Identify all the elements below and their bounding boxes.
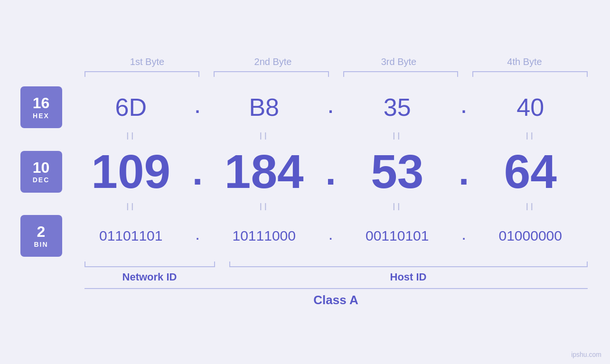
hex-values-row: 6D . B8 . 35 . 40: [72, 93, 590, 121]
hex-badge: 16 HEX: [20, 86, 62, 128]
hex-byte1: 6D: [72, 93, 191, 121]
class-bracket: [84, 288, 588, 289]
bracket-byte3: [343, 71, 459, 77]
bracket-byte1: [84, 71, 200, 77]
network-bracket: [84, 261, 215, 267]
dec-byte1: 109: [72, 144, 191, 199]
host-id-section: Host ID: [229, 261, 588, 283]
dec-byte3: 53: [338, 144, 457, 199]
dec-row: 10 DEC 109 . 184 . 53 . 64: [20, 144, 590, 199]
network-id-label: Network ID: [122, 271, 177, 283]
bin-badge: 2 BIN: [20, 215, 62, 257]
dec-dot1: .: [190, 150, 205, 194]
dec-base-label: DEC: [33, 176, 50, 184]
hex-dot2: .: [324, 97, 338, 117]
bin-byte1: 01101101: [72, 228, 191, 244]
bracket-byte2: [214, 71, 329, 77]
bin-dot1: .: [190, 229, 205, 243]
dec-values-row: 109 . 184 . 53 . 64: [72, 144, 590, 199]
bin-dot2: .: [324, 229, 338, 243]
equals-1-b4: II: [471, 130, 590, 142]
equals-1-b3: II: [338, 130, 457, 142]
dec-byte2: 184: [205, 144, 324, 199]
dec-badge: 10 DEC: [20, 151, 62, 193]
hex-base-label: HEX: [33, 112, 49, 120]
bin-byte4: 01000000: [471, 228, 590, 244]
equals-2-b3: II: [338, 201, 457, 213]
network-host-row: Network ID Host ID: [84, 261, 588, 283]
equals-2-b2: II: [205, 201, 324, 213]
class-label: Class A: [313, 293, 358, 308]
watermark: ipshu.com: [571, 351, 601, 358]
bin-values-row: 01101101 . 10111000 . 00110101 . 0100000…: [72, 228, 590, 244]
hex-dot3: .: [457, 97, 471, 117]
bin-row: 2 BIN 01101101 . 10111000 . 00110101 . 0…: [20, 215, 590, 257]
header-byte3: 3rd Byte: [336, 56, 462, 67]
top-bracket-row: [84, 71, 588, 77]
bin-byte3: 00110101: [338, 228, 457, 244]
class-row: Class A: [84, 288, 588, 308]
headers-row: 1st Byte 2nd Byte 3rd Byte 4th Byte: [84, 56, 588, 67]
hex-byte4: 40: [471, 93, 590, 121]
dec-dot3: .: [457, 150, 471, 194]
bin-dot3: .: [457, 229, 471, 243]
bin-byte2: 10111000: [205, 228, 324, 244]
hex-base-number: 16: [33, 95, 50, 112]
bin-base-number: 2: [37, 224, 46, 240]
hex-byte2: B8: [205, 93, 324, 121]
equals-row-2: II II II II: [20, 201, 590, 213]
dec-base-number: 10: [33, 159, 50, 176]
equals-2-b1: II: [72, 201, 191, 213]
header-byte4: 4th Byte: [462, 56, 588, 67]
hex-byte3: 35: [338, 93, 457, 121]
header-byte2: 2nd Byte: [210, 56, 336, 67]
equals-2-b4: II: [471, 201, 590, 213]
host-bracket: [229, 261, 588, 267]
dec-dot2: .: [324, 150, 338, 194]
main-container: 1st Byte 2nd Byte 3rd Byte 4th Byte 16 H…: [0, 0, 610, 364]
bracket-byte4: [472, 71, 588, 77]
network-id-section: Network ID: [84, 261, 215, 283]
equals-1-b2: II: [205, 130, 324, 142]
host-id-label: Host ID: [390, 271, 427, 283]
equals-row-1: II II II II: [20, 130, 590, 142]
hex-row: 16 HEX 6D . B8 . 35 . 40: [20, 86, 590, 128]
dec-byte4: 64: [471, 144, 590, 199]
header-byte1: 1st Byte: [84, 56, 210, 67]
equals-1-b1: II: [72, 130, 191, 142]
bin-base-label: BIN: [34, 241, 48, 248]
hex-dot1: .: [190, 97, 205, 117]
